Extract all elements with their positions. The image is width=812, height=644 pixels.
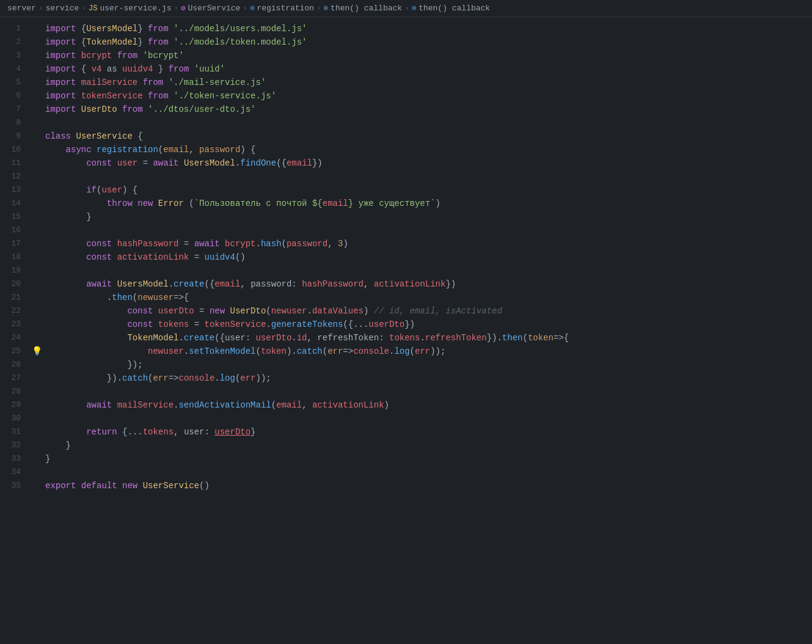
line-content-9: class UserService {: [43, 130, 812, 143]
line-20: 20 await UsersModel.create({email, passw…: [0, 277, 812, 291]
line-num-15: 15: [0, 210, 31, 224]
line-content-8: [43, 116, 812, 130]
line-content-30: [43, 412, 812, 425]
line-15: 15 }: [0, 210, 812, 224]
line-10: 10 async registration(email, password) {: [0, 143, 812, 156]
line-num-16: 16: [0, 224, 31, 237]
line-content-1: import {UsersModel} from '../models/user…: [43, 22, 812, 35]
line-num-7: 7: [0, 103, 31, 116]
line-21: 21 .then(newuser=>{: [0, 291, 812, 304]
line-content-13: if(user) {: [43, 183, 812, 197]
line-num-20: 20: [0, 277, 31, 291]
line-28: 28: [0, 385, 812, 398]
line-num-4: 4: [0, 62, 31, 76]
line-num-21: 21: [0, 291, 31, 304]
line-num-30: 30: [0, 412, 31, 425]
line-content-21: .then(newuser=>{: [43, 291, 812, 304]
line-num-3: 3: [0, 49, 31, 62]
bc-filename: user-service.js: [100, 4, 171, 13]
line-num-11: 11: [0, 156, 31, 170]
line-23: 23 const tokens = tokenService.generateT…: [0, 318, 812, 331]
line-7: 7 import UserDto from '../dtos/user-dto.…: [0, 103, 812, 116]
line-num-1: 1: [0, 22, 31, 35]
line-num-8: 8: [0, 116, 31, 130]
line-content-5: import mailService from './mail-service.…: [43, 76, 812, 89]
line-content-22: const userDto = new UserDto(newuser.data…: [43, 304, 812, 318]
bc-server: server: [7, 4, 36, 13]
line-num-34: 34: [0, 466, 31, 479]
line-num-5: 5: [0, 76, 31, 89]
line-content-11: const user = await UsersModel.findOne({e…: [43, 156, 812, 170]
line-content-26: });: [43, 358, 812, 371]
line-content-16: [43, 224, 812, 237]
line-31: 31 return {...tokens, user: userDto}: [0, 425, 812, 439]
line-32: 32 }: [0, 439, 812, 452]
line-num-14: 14: [0, 197, 31, 210]
line-content-7: import UserDto from '../dtos/user-dto.js…: [43, 103, 812, 116]
class-icon: ⚙: [181, 4, 185, 13]
line-34: 34: [0, 466, 812, 479]
line-content-4: import { v4 as uuidv4 } from 'uuid': [43, 62, 812, 76]
line-4: 4 import { v4 as uuidv4 } from 'uuid': [0, 62, 812, 76]
line-11: 11 const user = await UsersModel.findOne…: [0, 156, 812, 170]
line-content-17: const hashPassword = await bcrypt.hash(p…: [43, 237, 812, 251]
bc-then1: then() callback: [331, 4, 402, 13]
line-num-28: 28: [0, 385, 31, 398]
line-content-18: const activationLink = uuidv4(): [43, 251, 812, 264]
line-33: 33 }: [0, 452, 812, 466]
line-num-35: 35: [0, 479, 31, 492]
line-2: 2 import {TokenModel} from '../models/to…: [0, 35, 812, 49]
line-6: 6 import tokenService from './token-serv…: [0, 89, 812, 103]
bc-service: service: [46, 4, 79, 13]
line-content-27: }).catch(err=>console.log(err));: [43, 371, 812, 385]
line-17: 17 const hashPassword = await bcrypt.has…: [0, 237, 812, 251]
line-content-14: throw new Error (`Пользователь с почтой …: [43, 197, 812, 210]
line-num-2: 2: [0, 35, 31, 49]
line-content-25: newuser.setTokenModel(token).catch(err=>…: [43, 345, 812, 358]
line-content-29: await mailService.sendActivationMail(ema…: [43, 398, 812, 412]
line-25: 25 💡 newuser.setTokenModel(token).catch(…: [0, 345, 812, 358]
line-num-32: 32: [0, 439, 31, 452]
line-content-3: import bcrypt from 'bcrypt': [43, 49, 812, 62]
line-content-23: const tokens = tokenService.generateToke…: [43, 318, 812, 331]
line-num-23: 23: [0, 318, 31, 331]
line-num-33: 33: [0, 452, 31, 466]
line-num-18: 18: [0, 251, 31, 264]
line-26: 26 });: [0, 358, 812, 371]
line-num-24: 24: [0, 331, 31, 345]
line-content-12: [43, 170, 812, 183]
line-num-27: 27: [0, 371, 31, 385]
line-22: 22 const userDto = new UserDto(newuser.d…: [0, 304, 812, 318]
line-content-2: import {TokenModel} from '../models/toke…: [43, 35, 812, 49]
line-content-33: }: [43, 452, 812, 466]
line-16: 16: [0, 224, 812, 237]
line-num-17: 17: [0, 237, 31, 251]
line-content-32: }: [43, 439, 812, 452]
line-content-35: export default new UserService(): [43, 479, 812, 492]
line-1: 1 import {UsersModel} from '../models/us…: [0, 22, 812, 35]
editor: 1 import {UsersModel} from '../models/us…: [0, 17, 812, 497]
line-content-15: }: [43, 210, 812, 224]
line-14: 14 throw new Error (`Пользователь с почт…: [0, 197, 812, 210]
line-content-28: [43, 385, 812, 398]
line-27: 27 }).catch(err=>console.log(err));: [0, 371, 812, 385]
line-8: 8: [0, 116, 812, 130]
line-content-24: TokenModel.create({user: userDto.id, ref…: [43, 331, 812, 345]
line-content-20: await UsersModel.create({email, password…: [43, 277, 812, 291]
line-12: 12: [0, 170, 812, 183]
func-icon-2: ⊙: [324, 4, 328, 13]
line-18: 18 const activationLink = uuidv4(): [0, 251, 812, 264]
breadcrumb-bar: server › service › JS user-service.js › …: [0, 0, 812, 17]
line-num-19: 19: [0, 264, 31, 277]
func-icon-1: ⊙: [250, 4, 254, 13]
line-content-19: [43, 264, 812, 277]
bc-then2: then() callback: [419, 4, 490, 13]
line-num-29: 29: [0, 398, 31, 412]
line-num-25: 25: [0, 345, 31, 358]
line-num-26: 26: [0, 358, 31, 371]
line-9: 9 class UserService {: [0, 130, 812, 143]
line-num-9: 9: [0, 130, 31, 143]
line-30: 30: [0, 412, 812, 425]
line-num-12: 12: [0, 170, 31, 183]
line-35: 35 export default new UserService(): [0, 479, 812, 492]
